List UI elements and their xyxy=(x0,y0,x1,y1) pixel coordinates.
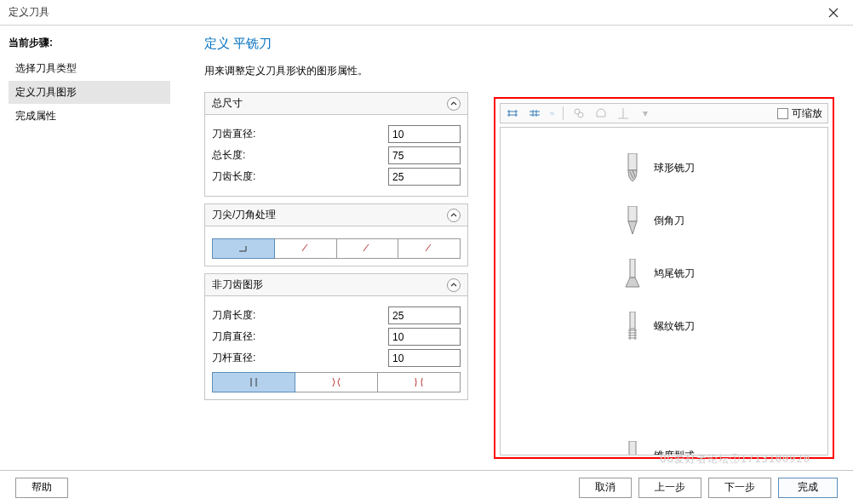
watermark-text: UG爱好者论坛①1713100920 xyxy=(660,452,810,467)
tip-option-2[interactable] xyxy=(274,238,337,259)
finish-button[interactable]: 完成 xyxy=(778,478,838,498)
panel-overall-size: 总尺寸 刀齿直径: 总长度: 刀齿长度: xyxy=(204,92,468,197)
input-tooth-length[interactable] xyxy=(388,168,461,186)
panel-header-tip[interactable]: 刀尖/刀角处理 xyxy=(205,204,467,226)
label-shank-diameter: 刀杆直径: xyxy=(212,351,388,365)
collapse-icon[interactable] xyxy=(447,209,461,222)
shade-icon[interactable] xyxy=(594,106,608,120)
prev-button[interactable]: 上一步 xyxy=(638,478,701,498)
dropdown-icon[interactable]: ▾ xyxy=(638,106,652,120)
input-shoulder-length[interactable] xyxy=(388,306,461,324)
label-shoulder-diameter: 刀肩直径: xyxy=(212,329,388,344)
step-define-shape[interactable]: 定义刀具图形 xyxy=(9,81,170,104)
help-button[interactable]: 帮助 xyxy=(15,478,68,498)
thread-mill-icon xyxy=(623,312,642,341)
tip-option-4[interactable] xyxy=(398,238,461,259)
next-button[interactable]: 下一步 xyxy=(708,478,771,498)
chamfer-mill-icon xyxy=(623,206,642,235)
panel-header-overall[interactable]: 总尺寸 xyxy=(205,93,467,115)
tip-option-1[interactable] xyxy=(212,238,275,259)
cancel-button[interactable]: 取消 xyxy=(579,478,632,498)
svg-rect-6 xyxy=(629,441,636,455)
svg-rect-4 xyxy=(630,259,635,278)
view-front-icon[interactable] xyxy=(506,106,519,120)
window-title: 定义刀具 xyxy=(9,5,49,20)
tool-item-dovetail[interactable]: 鸠尾铣刀 xyxy=(501,259,827,288)
input-tooth-diameter[interactable] xyxy=(388,125,461,143)
page-description: 用来调整定义刀具形状的图形属性。 xyxy=(204,64,834,78)
panel-header-label: 刀尖/刀角处理 xyxy=(212,208,276,222)
axis-icon[interactable] xyxy=(616,106,630,120)
preview-toolbar: ▾ 可缩放 xyxy=(500,103,828,123)
step-complete-props[interactable]: 完成属性 xyxy=(9,105,170,128)
ball-mill-icon xyxy=(623,153,642,182)
tip-option-3[interactable] xyxy=(336,238,399,259)
titlebar: 定义刀具 xyxy=(0,0,853,26)
input-total-length[interactable] xyxy=(388,146,461,164)
footer: 帮助 取消 上一步 下一步 完成 xyxy=(0,470,853,504)
svg-rect-3 xyxy=(628,206,637,221)
label-tooth-diameter: 刀齿直径: xyxy=(212,127,388,141)
zoom-fit-icon[interactable] xyxy=(572,106,586,120)
tool-label: 球形铣刀 xyxy=(654,161,705,175)
collapse-icon[interactable] xyxy=(447,97,461,111)
page-title: 定义 平铣刀 xyxy=(204,36,834,52)
preview-pane: ▾ 可缩放 球形铣刀 倒角刀 鸠尾铣刀 螺纹 xyxy=(494,97,834,459)
sidebar-header: 当前步骤: xyxy=(9,36,170,50)
tool-item-chamfer[interactable]: 倒角刀 xyxy=(501,206,827,235)
panel-non-tooth-shape: 非刀齿图形 刀肩长度: 刀肩直径: 刀杆直径: xyxy=(204,273,468,400)
label-total-length: 总长度: xyxy=(212,148,388,163)
panel-header-label: 总尺寸 xyxy=(212,96,243,111)
tool-label: 鸠尾铣刀 xyxy=(654,266,705,281)
input-shank-diameter[interactable] xyxy=(388,349,461,367)
scalable-checkbox[interactable]: 可缩放 xyxy=(777,106,822,121)
step-select-type[interactable]: 选择刀具类型 xyxy=(9,57,170,80)
checkbox-icon xyxy=(777,108,788,119)
collapse-icon[interactable] xyxy=(447,278,461,292)
panel-header-label: 非刀齿图形 xyxy=(212,278,263,292)
rotate-icon[interactable] xyxy=(550,106,564,120)
svg-point-1 xyxy=(578,112,583,117)
shank-option-3[interactable] xyxy=(377,372,461,392)
label-shoulder-length: 刀肩长度: xyxy=(212,308,388,323)
tool-label: 倒角刀 xyxy=(654,214,705,228)
content-area: 定义 平铣刀 用来调整定义刀具形状的图形属性。 总尺寸 刀齿直径: 总长度: 刀… xyxy=(179,26,853,470)
panel-tip-corner: 刀尖/刀角处理 xyxy=(204,203,468,266)
sidebar: 当前步骤: 选择刀具类型 定义刀具图形 完成属性 xyxy=(0,26,179,470)
svg-rect-2 xyxy=(628,153,637,170)
view-side-icon[interactable] xyxy=(528,106,541,120)
tool-item-ball[interactable]: 球形铣刀 xyxy=(501,153,827,182)
label-tooth-length: 刀齿长度: xyxy=(212,169,388,184)
shank-option-1[interactable] xyxy=(212,372,295,392)
close-button[interactable] xyxy=(814,0,853,26)
scalable-label: 可缩放 xyxy=(792,106,822,121)
shank-option-2[interactable] xyxy=(295,372,378,392)
tool-item-thread[interactable]: 螺纹铣刀 xyxy=(501,312,827,341)
svg-rect-5 xyxy=(630,312,635,329)
tool-list[interactable]: 球形铣刀 倒角刀 鸠尾铣刀 螺纹铣刀 锥度型式 xyxy=(500,127,828,455)
tool-label: 螺纹铣刀 xyxy=(654,319,705,334)
dovetail-mill-icon xyxy=(623,259,642,288)
taper-mill-icon xyxy=(623,441,642,455)
input-shoulder-diameter[interactable] xyxy=(388,328,461,346)
panel-header-body[interactable]: 非刀齿图形 xyxy=(205,274,467,296)
